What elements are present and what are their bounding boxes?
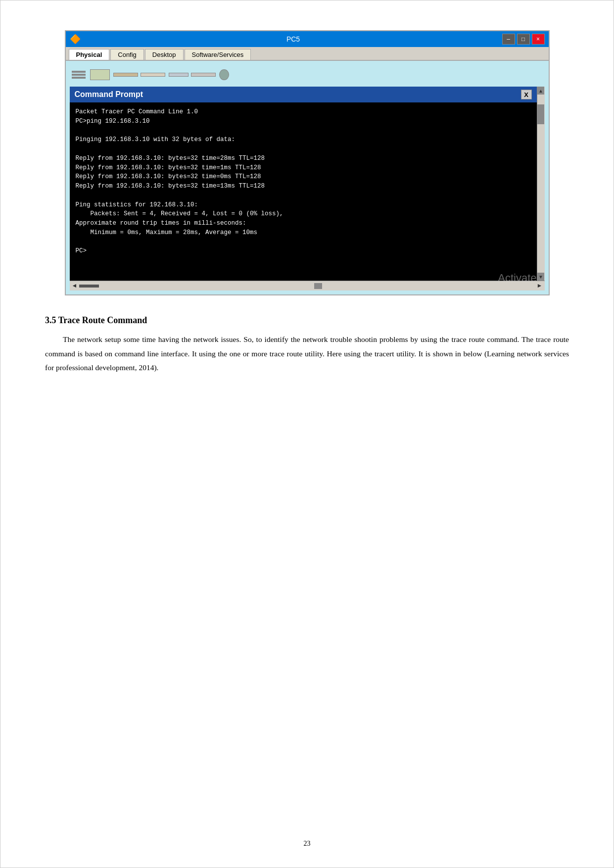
section-area: 3.5 Trace Route Command The network setu… [40, 315, 574, 375]
right-arrow[interactable]: ► [537, 282, 543, 289]
minimize-button[interactable]: – [502, 34, 515, 45]
scrollbar-thumb[interactable] [537, 104, 544, 124]
cmd-titlebar: Command Prompt X [70, 87, 537, 102]
window-content: Command Prompt X Packet Tracer PC Comman… [66, 61, 549, 294]
cmd-title: Command Prompt [75, 90, 143, 99]
toolbar-area [70, 65, 545, 85]
bottom-bar: ◄ ► [70, 281, 545, 290]
page-container: 🔶 PC5 – □ × Physical Config Desktop Soft… [0, 0, 614, 868]
command-prompt-panel: Command Prompt X Packet Tracer PC Comman… [70, 87, 537, 281]
section-paragraph: The network setup some time having the n… [45, 333, 569, 375]
tab-desktop[interactable]: Desktop [145, 49, 184, 60]
tab-bar: Physical Config Desktop Software/Service… [66, 47, 549, 61]
maximize-button[interactable]: □ [517, 34, 530, 45]
vertical-scrollbar[interactable]: ▲ ▼ [537, 87, 545, 281]
tab-software-services[interactable]: Software/Services [185, 49, 251, 60]
cmd-window: Command Prompt X Packet Tracer PC Comman… [70, 87, 545, 281]
cmd-body[interactable]: Packet Tracer PC Command Line 1.0 PC>pin… [70, 102, 537, 281]
tab-config[interactable]: Config [110, 49, 144, 60]
section-heading: 3.5 Trace Route Command [45, 315, 569, 326]
window-close-button[interactable]: × [532, 34, 545, 45]
page-number: 23 [304, 840, 311, 848]
window-controls: – □ × [502, 34, 545, 45]
scroll-container: Command Prompt X Packet Tracer PC Comman… [70, 87, 537, 281]
left-arrow[interactable]: ◄ [72, 282, 78, 289]
tab-physical[interactable]: Physical [69, 49, 110, 60]
window-titlebar: 🔶 PC5 – □ × [66, 31, 549, 47]
window-icon: 🔶 [70, 34, 81, 45]
cmd-close-button[interactable]: X [521, 90, 532, 99]
window-title: PC5 [85, 35, 502, 43]
screenshot-window: 🔶 PC5 – □ × Physical Config Desktop Soft… [65, 30, 550, 295]
